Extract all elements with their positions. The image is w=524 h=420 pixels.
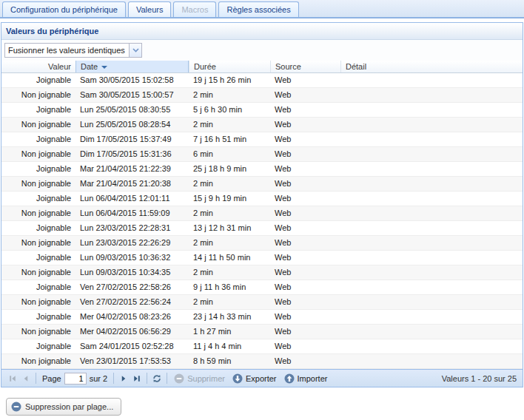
column-header-date-label: Date bbox=[81, 62, 98, 71]
cell-valeur: Non joignable bbox=[1, 236, 75, 250]
cell-date: Lun 25/05/2015 08:28:54 bbox=[75, 118, 189, 132]
tab-configuration-du-peripherique[interactable]: Configuration du périphérique bbox=[2, 1, 126, 17]
combobox-trigger-button[interactable] bbox=[129, 43, 142, 58]
table-row[interactable]: Non joignableVen 23/01/2015 17:53:538 h … bbox=[1, 354, 523, 369]
column-header-source[interactable]: Source bbox=[270, 61, 340, 72]
cell-source: Web bbox=[270, 147, 340, 161]
table-row[interactable]: JoignableLun 09/03/2015 10:36:3214 j 11 … bbox=[1, 251, 523, 265]
next-page-button[interactable] bbox=[117, 372, 130, 385]
table-row[interactable]: Non joignableLun 23/03/2015 22:26:292 mi… bbox=[1, 236, 523, 251]
cell-valeur: Non joignable bbox=[1, 177, 75, 191]
cell-source: Web bbox=[270, 354, 340, 368]
cell-duree: 13 j 12 h 31 min bbox=[189, 221, 270, 235]
range-delete-label: Suppression par plage... bbox=[25, 402, 113, 411]
cell-valeur: Joignable bbox=[1, 103, 75, 117]
table-row[interactable]: Non joignableLun 25/05/2015 08:28:542 mi… bbox=[1, 118, 523, 132]
prev-page-button[interactable] bbox=[19, 372, 33, 385]
cell-valeur: Non joignable bbox=[1, 325, 75, 339]
cell-date: Lun 06/04/2015 12:01:11 bbox=[75, 192, 189, 206]
cell-valeur: Joignable bbox=[1, 251, 75, 265]
tab-macros[interactable]: Macros bbox=[173, 1, 216, 17]
filter-toolbar bbox=[1, 40, 523, 61]
range-delete-button[interactable]: Suppression par plage... bbox=[6, 398, 121, 416]
merge-values-combobox-input[interactable] bbox=[4, 43, 129, 58]
table-row[interactable]: JoignableLun 25/05/2015 08:30:555 j 6 h … bbox=[1, 103, 523, 118]
cell-date: Lun 23/03/2015 22:28:31 bbox=[75, 221, 189, 235]
last-page-icon bbox=[132, 374, 141, 383]
column-header-date[interactable]: Date bbox=[75, 61, 189, 72]
table-row[interactable]: Non joignableMer 04/02/2015 06:56:291 h … bbox=[1, 325, 523, 339]
cell-duree: 2 min bbox=[189, 118, 270, 132]
cell-valeur: Non joignable bbox=[1, 295, 75, 309]
exporter-button[interactable]: Exporter bbox=[232, 373, 277, 384]
table-row[interactable]: Non joignableLun 09/03/2015 10:34:352 mi… bbox=[1, 265, 523, 280]
cell-duree: 2 min bbox=[189, 236, 270, 250]
table-row[interactable]: Non joignableVen 27/02/2015 22:56:242 mi… bbox=[1, 295, 523, 310]
column-header-valeur[interactable]: Valeur bbox=[1, 61, 75, 72]
table-row[interactable]: JoignableMer 04/02/2015 08:23:2623 j 14 … bbox=[1, 310, 523, 325]
cell-detail bbox=[340, 295, 523, 309]
table-row[interactable]: JoignableSam 30/05/2015 15:02:5819 j 15 … bbox=[1, 73, 523, 88]
cell-detail bbox=[340, 147, 523, 161]
cell-duree: 25 j 18 h 9 min bbox=[189, 162, 270, 176]
cell-valeur: Non joignable bbox=[1, 265, 75, 280]
cell-duree: 6 min bbox=[189, 147, 270, 161]
panel-header: Valeurs du périphérique bbox=[1, 23, 523, 40]
exporter-label: Exporter bbox=[246, 374, 277, 383]
cell-duree: 19 j 15 h 26 min bbox=[189, 73, 270, 87]
minus-circle-icon bbox=[174, 373, 184, 384]
table-row[interactable]: JoignableVen 27/02/2015 22:58:269 j 11 h… bbox=[1, 280, 523, 295]
table-row[interactable]: JoignableLun 06/04/2015 12:01:1115 j 9 h… bbox=[1, 192, 523, 206]
cell-source: Web bbox=[270, 295, 340, 309]
cell-valeur: Joignable bbox=[1, 280, 75, 294]
table-row[interactable]: JoignableSam 24/01/2015 02:52:2811 j 4 h… bbox=[1, 339, 523, 354]
paging-toolbar: Page sur 2 Supprimer Exporter Importer V… bbox=[1, 369, 523, 387]
cell-source: Web bbox=[270, 162, 340, 176]
cell-source: Web bbox=[270, 132, 340, 146]
table-row[interactable]: Non joignableDim 17/05/2015 15:31:366 mi… bbox=[1, 147, 523, 162]
last-page-button[interactable] bbox=[130, 372, 144, 385]
table-row[interactable]: JoignableDim 17/05/2015 15:37:497 j 16 h… bbox=[1, 132, 523, 147]
importer-label: Importer bbox=[298, 374, 328, 383]
first-page-button[interactable] bbox=[6, 372, 19, 385]
cell-valeur: Non joignable bbox=[1, 88, 75, 102]
cell-date: Mar 21/04/2015 21:20:38 bbox=[75, 177, 189, 191]
table-row[interactable]: JoignableMar 21/04/2015 21:22:3925 j 18 … bbox=[1, 162, 523, 177]
cell-date: Ven 27/02/2015 22:56:24 bbox=[75, 295, 189, 309]
refresh-button[interactable] bbox=[150, 372, 164, 385]
page-number-input[interactable] bbox=[64, 373, 87, 385]
cell-duree: 14 j 11 h 50 min bbox=[189, 251, 270, 265]
column-header-detail[interactable]: Détail bbox=[340, 61, 523, 72]
cell-duree: 2 min bbox=[189, 265, 270, 280]
cell-duree: 8 h 59 min bbox=[189, 354, 270, 368]
cell-valeur: Joignable bbox=[1, 132, 75, 146]
page-label: Page bbox=[42, 374, 61, 383]
cell-duree: 23 j 14 h 33 min bbox=[189, 310, 270, 324]
cell-duree: 2 min bbox=[189, 206, 270, 220]
cell-detail bbox=[340, 325, 523, 339]
cell-date: Mar 21/04/2015 21:22:39 bbox=[75, 162, 189, 176]
merge-values-combobox bbox=[4, 43, 142, 58]
cell-date: Ven 27/02/2015 22:58:26 bbox=[75, 280, 189, 294]
cell-source: Web bbox=[270, 251, 340, 265]
tab-regles-associees[interactable]: Règles associées bbox=[218, 1, 298, 17]
table-row[interactable]: Non joignableMar 21/04/2015 21:20:382 mi… bbox=[1, 177, 523, 192]
table-row[interactable]: Non joignableSam 30/05/2015 15:00:572 mi… bbox=[1, 88, 523, 103]
cell-date: Dim 17/05/2015 15:37:49 bbox=[75, 132, 189, 146]
table-row[interactable]: Non joignableLun 06/04/2015 11:59:092 mi… bbox=[1, 206, 523, 221]
cell-date: Lun 06/04/2015 11:59:09 bbox=[75, 206, 189, 220]
cell-date: Mer 04/02/2015 06:56:29 bbox=[75, 325, 189, 339]
cell-valeur: Non joignable bbox=[1, 118, 75, 132]
supprimer-button[interactable]: Supprimer bbox=[174, 373, 225, 384]
importer-button[interactable]: Importer bbox=[284, 373, 328, 384]
cell-detail bbox=[340, 103, 523, 117]
cell-detail bbox=[340, 236, 523, 250]
cell-valeur: Joignable bbox=[1, 73, 75, 87]
tab-valeurs[interactable]: Valeurs bbox=[128, 1, 171, 17]
cell-duree: 2 min bbox=[189, 177, 270, 191]
column-header-duree[interactable]: Durée bbox=[189, 61, 270, 72]
cell-valeur: Non joignable bbox=[1, 354, 75, 368]
tab-bar: Configuration du périphérique Valeurs Ma… bbox=[0, 0, 524, 18]
cell-source: Web bbox=[270, 177, 340, 191]
table-row[interactable]: JoignableLun 23/03/2015 22:28:3113 j 12 … bbox=[1, 221, 523, 236]
